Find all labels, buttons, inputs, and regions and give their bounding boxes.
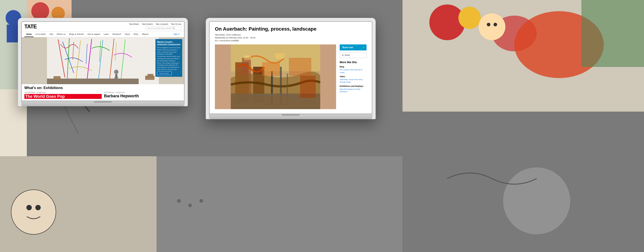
nav-blogs[interactable]: Blogs & channel [67, 32, 86, 37]
tate-britain-link[interactable]: Tate Britain [129, 23, 139, 25]
tate-liverpool-link[interactable]: Tate Liverpool [156, 23, 168, 25]
sidebar-exhibitions-link[interactable]: Mary McCartney on Frank Auerbach [340, 88, 366, 93]
exhibition-left-label: TATE MODERN · EXHIBITION [24, 92, 102, 93]
left-laptop: TATE Tate Britain Tate Modern Tate Liver… [18, 18, 188, 106]
right-laptop-base [209, 114, 372, 119]
left-laptop-base [21, 101, 184, 106]
svg-rect-61 [300, 76, 316, 98]
svg-point-27 [188, 204, 192, 207]
event-main [215, 44, 336, 109]
hero-image: Martin Creed's colourful commission We'r… [22, 37, 184, 84]
svg-point-26 [177, 199, 181, 203]
nav-about[interactable]: About [123, 32, 132, 37]
exhibition-right-label: TATE BRITAIN · EXHIBITION [104, 92, 181, 93]
tate-top-links: Tate Britain Tate Modern Tate Liverpool … [129, 23, 181, 25]
find-out-more-button[interactable]: Find out more › [157, 72, 172, 75]
event-sidebar: Book now › ⎘ Share More like this Blog O… [340, 44, 366, 109]
exhibition-cards: TATE MODERN · EXHIBITION The World Goes … [24, 92, 181, 99]
hero-section: Martin Creed's colourful commission We'r… [22, 37, 184, 84]
svg-rect-59 [262, 62, 280, 76]
hero-overlay-card: Martin Creed's colourful commission We'r… [156, 39, 182, 77]
svg-rect-16 [582, 0, 644, 67]
sidebar-blog-link[interactable]: Our curator's first memory of Lowry [340, 69, 366, 73]
nav-home[interactable]: Home [24, 32, 34, 37]
svg-point-13 [478, 13, 505, 40]
right-laptop-screen: On Auerbach: Painting, process, landscap… [209, 21, 372, 114]
nav-albums[interactable]: Albums [140, 32, 150, 37]
exhibition-card-right[interactable]: TATE BRITAIN · EXHIBITION Barbara Hepwor… [104, 92, 181, 99]
tate-st-ives-link[interactable]: Tate St Ives [171, 23, 181, 25]
right-laptop-notch [282, 114, 300, 116]
event-price: £12, concessions available [215, 39, 366, 42]
svg-rect-62 [244, 56, 251, 60]
svg-rect-60 [289, 58, 311, 76]
svg-point-23 [35, 205, 41, 210]
right-laptop: On Auerbach: Painting, process, landscap… [206, 18, 376, 119]
nav-join[interactable]: Join & support [86, 32, 102, 37]
event-image [215, 44, 336, 109]
search-placeholder: Search the whole Tate website [147, 27, 171, 29]
exhibition-card-left[interactable]: TATE MODERN · EXHIBITION The World Goes … [24, 92, 102, 99]
event-page: On Auerbach: Painting, process, landscap… [210, 22, 372, 114]
hero-card-body: We're delighted to announce that Martin … [157, 47, 180, 71]
svg-rect-42 [47, 79, 139, 84]
nav-shop[interactable]: Shop [132, 32, 140, 37]
left-laptop-shell: TATE Tate Britain Tate Modern Tate Liver… [18, 18, 188, 106]
svg-point-22 [26, 205, 32, 210]
sidebar-video-label: Video [340, 75, 366, 78]
tate-top-bar: TATE Tate Britain Tate Modern Tate Liver… [22, 22, 184, 32]
book-now-button[interactable]: Book now › [340, 44, 366, 50]
left-laptop-notch [94, 101, 112, 103]
tate-nav: Home Art & artists Visit What's on Blogs… [22, 32, 184, 37]
exhibitions-section: What's on: Exhibitions TATE MODERN · EXH… [22, 84, 184, 101]
svg-point-10 [458, 7, 481, 29]
tate-homepage: TATE Tate Britain Tate Modern Tate Liver… [22, 22, 184, 101]
exhibition-right-title: Barbara Hepworth [104, 94, 181, 98]
search-icon[interactable]: 🔍 [172, 27, 175, 29]
sidebar-video-link[interactable]: TateShots: Turner Prize 2011, George Sha… [340, 78, 366, 83]
hero-card-title: Martin Creed's colourful commission [157, 41, 180, 46]
svg-point-25 [503, 167, 570, 234]
share-icon: ⎘ [342, 54, 344, 56]
exhibitions-heading: What's on: Exhibitions [24, 86, 181, 90]
event-title: On Auerbach: Painting, process, landscap… [215, 26, 366, 32]
svg-rect-48 [145, 76, 154, 80]
svg-point-43 [114, 70, 118, 74]
auerbach-painting-svg [215, 44, 336, 109]
more-like-this-heading: More like this [340, 61, 366, 64]
sidebar-blog-label: Blog [340, 66, 366, 68]
tate-logo: TATE [24, 23, 37, 30]
sidebar-exhibitions-label: Exhibitions and displays [340, 85, 366, 87]
arrow-icon: › [363, 46, 364, 49]
nav-research[interactable]: Research [111, 32, 123, 37]
tate-modern-link[interactable]: Tate Modern [142, 23, 153, 25]
svg-point-6 [31, 2, 49, 20]
svg-point-15 [494, 23, 497, 26]
nav-whats-on[interactable]: What's on [55, 32, 67, 37]
svg-point-14 [487, 23, 490, 26]
svg-rect-49 [148, 74, 153, 76]
svg-rect-47 [54, 76, 60, 80]
event-content: Book now › ⎘ Share More like this Blog O… [215, 44, 366, 109]
nav-art-artists[interactable]: Art & artists [34, 32, 48, 37]
exhibition-left-title: The World Goes Pop [24, 94, 102, 99]
svg-point-28 [200, 199, 203, 203]
right-laptop-shell: On Auerbach: Painting, process, landscap… [206, 18, 376, 119]
left-laptop-screen: TATE Tate Britain Tate Modern Tate Liver… [21, 21, 184, 101]
svg-point-21 [11, 190, 56, 234]
nav-visit[interactable]: Visit [48, 32, 55, 37]
event-venue: Tate Britain, Clore Auditorium [215, 34, 366, 36]
nav-sign-in[interactable]: Sign in [172, 32, 181, 37]
search-bar[interactable]: Search the whole Tate website 🔍 [146, 26, 181, 30]
event-date: Wednesday 24 February 2016, 18.30 – 20.0… [215, 37, 366, 39]
share-button[interactable]: ⎘ Share [340, 52, 366, 58]
nav-learn[interactable]: Learn [102, 32, 111, 37]
svg-rect-63 [276, 53, 284, 59]
